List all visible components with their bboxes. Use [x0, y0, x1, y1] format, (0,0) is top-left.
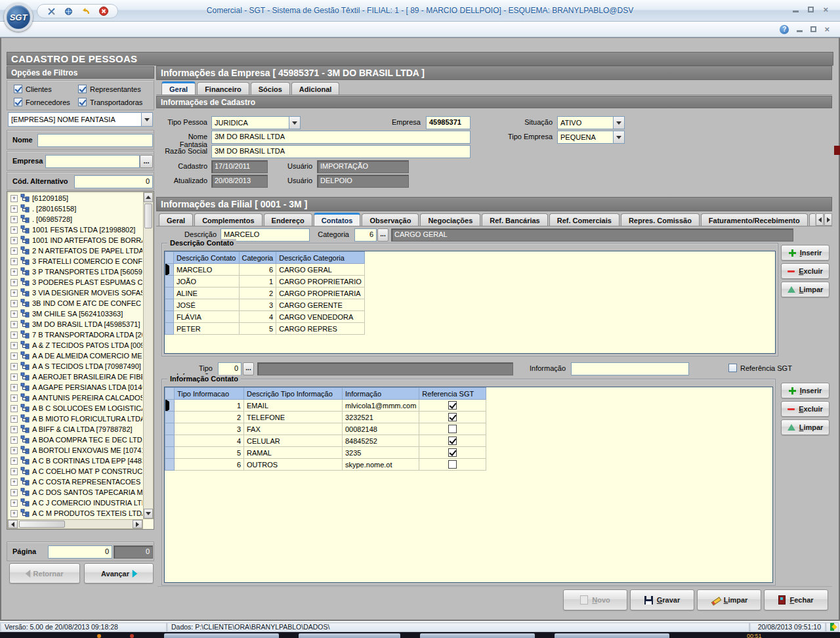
- tree-item[interactable]: +A B C SOLUCOES EM LOGISTICA I: [7, 403, 142, 414]
- expand-plus-icon[interactable]: +: [10, 279, 18, 286]
- tree-item[interactable]: +A BORTOLI ENXOVAIS ME [10741: [7, 445, 142, 456]
- categoria-input[interactable]: 6: [354, 228, 377, 242]
- limpar-button[interactable]: Limpar: [697, 589, 761, 610]
- excluir-button[interactable]: Excluir: [781, 401, 830, 417]
- retornar-button[interactable]: Retornar: [9, 563, 80, 584]
- expand-plus-icon[interactable]: +: [10, 478, 18, 486]
- table-row[interactable]: 5RAMAL3235: [165, 447, 486, 459]
- table-row[interactable]: JOÃO1CARGO PROPRIETARIO: [165, 276, 365, 287]
- table-row[interactable]: JOSÉ3CARGO GERENTE: [165, 299, 365, 311]
- filial-tab-negocia-es[interactable]: Negociações: [420, 213, 480, 226]
- help-icon[interactable]: ?: [780, 25, 789, 34]
- tree-item[interactable]: +A C DOS SANTOS TAPECARIA ME: [7, 487, 142, 498]
- expand-plus-icon[interactable]: +: [10, 205, 18, 213]
- expand-plus-icon[interactable]: +: [10, 321, 18, 328]
- empresa-filter-input[interactable]: [45, 155, 140, 168]
- expand-plus-icon[interactable]: +: [10, 426, 18, 433]
- order-combo-dropdown-icon[interactable]: [141, 113, 152, 126]
- expand-plus-icon[interactable]: +: [10, 415, 18, 423]
- grid-column-header[interactable]: Referencia SGT: [419, 388, 486, 400]
- informacao-input[interactable]: [571, 362, 689, 375]
- tipo-informacao-browse-button[interactable]: ...: [243, 362, 254, 375]
- inserir-button[interactable]: Inserir: [781, 245, 830, 261]
- table-row[interactable]: FLÁVIA4CARGO VENDEDORA: [165, 311, 365, 323]
- nome-fantasia-field[interactable]: 3M DO BRASIL LTDA: [211, 131, 471, 144]
- grid-column-header[interactable]: Tipo Informacao: [175, 388, 244, 400]
- tree-item[interactable]: +2 N ARTEFATOS DE PAPEL LTDA -: [7, 245, 142, 256]
- tree-item[interactable]: +A BOA COMPRA TEC E DEC LTDA: [7, 435, 142, 445]
- filial-tab-repres-comiss-o[interactable]: Repres. Comissão: [621, 213, 700, 226]
- filial-tab-geral[interactable]: Geral: [159, 213, 193, 226]
- expand-plus-icon[interactable]: +: [10, 342, 18, 349]
- expand-plus-icon[interactable]: +: [10, 447, 18, 454]
- tree-item[interactable]: +A AGAPE PERSIANAS LTDA [0140: [7, 382, 142, 393]
- taskbar-button[interactable]: [299, 633, 400, 638]
- informacao-grid[interactable]: Tipo InformacaoDescrição Tipo Informação…: [165, 387, 486, 471]
- expand-plus-icon[interactable]: +: [10, 363, 18, 370]
- filial-tab-ref-banc-rias[interactable]: Ref. Bancárias: [482, 213, 547, 226]
- tabs-scroll-left-icon[interactable]: [816, 213, 824, 226]
- mdi-close-icon[interactable]: ×: [824, 25, 830, 34]
- expand-plus-icon[interactable]: +: [10, 468, 18, 475]
- pagina-input[interactable]: 0: [48, 545, 112, 559]
- expand-plus-icon[interactable]: +: [10, 331, 18, 339]
- tipo-pessoa-combo[interactable]: JURIDICA: [211, 116, 301, 129]
- filial-tab-observa-o[interactable]: Observação: [362, 213, 419, 226]
- minimize-icon[interactable]: [793, 11, 799, 12]
- tree-item[interactable]: +. [06985728]: [7, 214, 142, 224]
- empresa-browse-button[interactable]: ...: [140, 155, 153, 168]
- grid-column-header[interactable]: Descrição Tipo Informação: [244, 388, 343, 400]
- table-row[interactable]: ALINE2CARGO PROPRIETARIA: [165, 287, 365, 299]
- tree-item[interactable]: +3 FRATELLI COMERCIO E CONFE: [7, 256, 142, 266]
- expand-plus-icon[interactable]: +: [10, 237, 18, 244]
- filter-checkbox-transportadoras[interactable]: Transportadoras: [78, 98, 154, 106]
- tipo-informacao-input[interactable]: 0: [218, 362, 242, 375]
- expand-plus-icon[interactable]: +: [10, 216, 18, 223]
- nome-input[interactable]: [37, 134, 153, 147]
- grid-column-header[interactable]: Informação: [343, 388, 419, 400]
- filter-checkbox-fornecedores[interactable]: Fornecedores: [14, 98, 78, 106]
- empresa-tab-financeiro[interactable]: Financeiro: [197, 82, 249, 95]
- excluir-button[interactable]: Excluir: [781, 263, 830, 279]
- filial-tab-do[interactable]: Do: [809, 213, 815, 226]
- expand-plus-icon[interactable]: +: [10, 289, 18, 297]
- taskbar-button[interactable]: [164, 633, 279, 638]
- table-row[interactable]: PETER5CARGO REPRES: [165, 323, 365, 335]
- tree-scroll-right-icon[interactable]: [133, 520, 142, 528]
- cod-alternativo-input[interactable]: 0: [74, 175, 153, 188]
- tree-item[interactable]: +3B IND COM E ATC DE CONFEC LT: [7, 298, 142, 308]
- table-row[interactable]: 2TELEFONE3232521: [165, 412, 486, 423]
- expand-plus-icon[interactable]: +: [10, 384, 18, 391]
- tree-item[interactable]: +A C COELHO MAT P CONSTRUCA: [7, 466, 142, 477]
- expand-plus-icon[interactable]: +: [10, 268, 18, 276]
- tree-item[interactable]: +A B MIOTO FLORICULTURA LTDA: [7, 414, 142, 424]
- tree-vscrollbar[interactable]: [143, 192, 154, 519]
- empresa-tab-geral[interactable]: Geral: [161, 81, 196, 95]
- expand-plus-icon[interactable]: +: [10, 436, 18, 444]
- expand-plus-icon[interactable]: +: [10, 394, 18, 402]
- table-row[interactable]: 6OUTROSskype.nome.ot: [165, 459, 486, 471]
- mdi-restore-icon[interactable]: [810, 26, 816, 32]
- taskbar-button[interactable]: [555, 633, 669, 638]
- close-icon[interactable]: ×: [823, 5, 828, 14]
- expand-plus-icon[interactable]: +: [10, 373, 18, 381]
- tree-item[interactable]: +A C COSTA REPRESENTACOES [0: [7, 477, 142, 487]
- order-combo[interactable]: [EMPRESAS] NOME FANTASIA: [8, 112, 153, 127]
- tabs-scroll-right-icon[interactable]: [824, 213, 832, 226]
- tree-item[interactable]: +A C B CORTINAS LTDA EPP [4483: [7, 456, 142, 466]
- expand-plus-icon[interactable]: +: [10, 310, 18, 318]
- expand-plus-icon[interactable]: +: [10, 247, 18, 255]
- tree-item[interactable]: +3 PODERES PLAST ESPUMAS COL: [7, 277, 142, 287]
- tree-scroll-up-icon[interactable]: [144, 192, 153, 202]
- tree-item[interactable]: +3 P TRANSPORTES LTDA [560590: [7, 266, 142, 277]
- grid-checkbox[interactable]: [448, 436, 457, 445]
- situacao-combo[interactable]: ATIVO: [557, 116, 625, 129]
- tree-item[interactable]: +A ANTUNIS PEREIRA CALCADOS: [7, 393, 142, 403]
- tree-scroll-down-icon[interactable]: [144, 509, 153, 519]
- tree-item[interactable]: +1001 IND ARTEFATOS DE BORRA: [7, 235, 142, 245]
- filial-tab-endere-o[interactable]: Endereço: [264, 213, 312, 226]
- grid-column-header[interactable]: Categoria: [239, 252, 276, 264]
- filial-tab-contatos[interactable]: Contatos: [314, 213, 361, 226]
- expand-plus-icon[interactable]: +: [10, 500, 18, 507]
- limpar-button[interactable]: Limpar: [781, 282, 830, 297]
